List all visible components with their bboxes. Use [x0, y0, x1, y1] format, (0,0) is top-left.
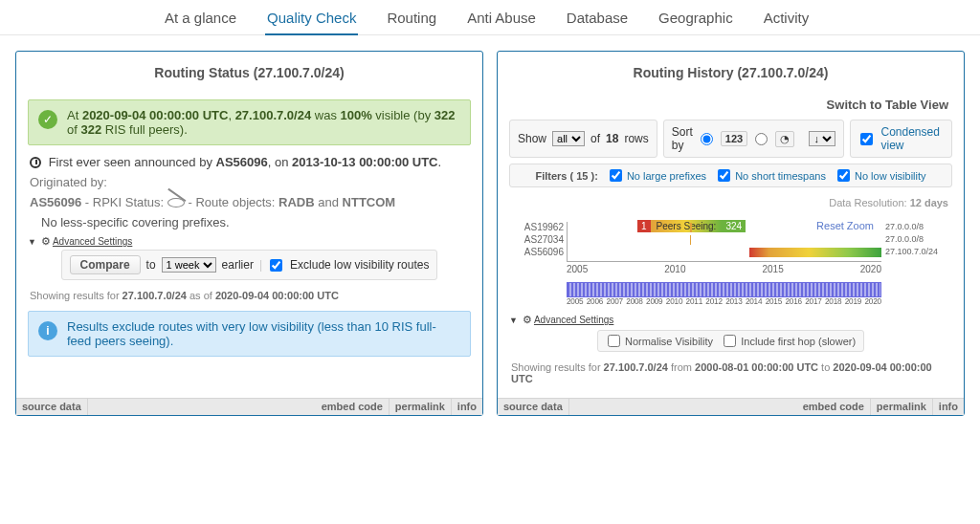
sort-numeric-radio[interactable]: [701, 133, 713, 145]
sort-direction-select[interactable]: ↓: [809, 131, 835, 146]
filters-bar: Filters ( 15 ): No large prefixes No sho…: [509, 164, 952, 187]
brush-years: 2005200620072008200920102011201220132014…: [567, 297, 881, 306]
condensed-checkbox[interactable]: [860, 133, 873, 145]
routing-status-panel: Routing Status (27.100.7.0/24) ✓ At 2020…: [15, 51, 483, 416]
tab-anti-abuse[interactable]: Anti Abuse: [465, 6, 538, 34]
info-link[interactable]: info: [452, 399, 482, 415]
routing-history-title: Routing History (27.100.7.0/24): [498, 52, 964, 86]
top-tabs: At a glance Quality Check Routing Anti A…: [0, 0, 980, 35]
bar-as56096: [749, 248, 881, 257]
caret-down-icon: ▼: [28, 237, 36, 247]
y-label-0: AS19962: [512, 222, 564, 232]
r-label-1: 27.0.0.0/8: [885, 234, 950, 244]
showing-results-left: Showing results for 27.100.7.0/24 as of …: [30, 290, 469, 301]
compare-bar: Compare to 1 week earlier | Exclude low …: [61, 250, 438, 280]
exclude-low-vis-checkbox[interactable]: [270, 259, 282, 272]
advanced-settings-toggle-left[interactable]: ▼ ⚙ Advanced Settings: [28, 235, 471, 248]
compare-button[interactable]: Compare: [70, 255, 141, 274]
x-axis: 2005 2010 2015 2020: [567, 264, 881, 274]
advanced-settings-toggle-right[interactable]: ▼ ⚙ Advanced Settings: [509, 314, 952, 326]
visibility-notice: ✓ At 2020-09-04 00:00:00 UTC, 27.100.7.0…: [28, 99, 471, 145]
source-data-link[interactable]: source data: [16, 399, 88, 415]
embed-code-link[interactable]: embed code: [316, 399, 390, 415]
routing-status-title: Routing Status (27.100.7.0/24): [16, 52, 482, 86]
r-label-2: 27.100.7.0/24: [885, 247, 950, 256]
routing-history-panel: Routing History (27.100.7.0/24) Switch t…: [497, 51, 965, 416]
sort-time-radio[interactable]: [755, 133, 768, 145]
bar-as27034: [690, 235, 691, 245]
clock-icon: [30, 157, 41, 168]
permalink-link[interactable]: permalink: [871, 399, 933, 415]
bar-as19962: [690, 223, 692, 232]
switch-table-view[interactable]: Switch to Table View: [509, 98, 948, 112]
tab-activity[interactable]: Activity: [762, 6, 812, 34]
sort-time-label: ◔: [775, 131, 794, 147]
first-hop-checkbox[interactable]: [724, 335, 736, 347]
originated-by-label: Originated by:: [30, 175, 469, 189]
condensed-bar: Condensed view: [850, 120, 952, 158]
eye-off-icon: [167, 198, 185, 207]
caret-down-icon: ▼: [509, 316, 518, 325]
low-visibility-notice: i Results exclude routes with very low v…: [28, 311, 471, 357]
y-label-1: AS27034: [512, 234, 564, 245]
showing-results-right: Showing results for 27.100.7.0/24 from 2…: [511, 361, 950, 384]
history-chart: 1 Peers Seeing: 324 Reset Zoom AS19962 A…: [513, 222, 948, 306]
check-icon: ✓: [38, 110, 57, 129]
filter-short-timespans[interactable]: [718, 169, 730, 182]
time-brush[interactable]: [567, 282, 881, 297]
source-data-link[interactable]: source data: [498, 399, 569, 415]
sort-numeric-label: 123: [721, 131, 747, 146]
normalise-bar: Normalise Visibility Include first hop (…: [597, 330, 864, 352]
show-rows-bar: Show all of 18 rows: [509, 120, 657, 158]
info-icon: i: [38, 321, 57, 340]
first-seen-line: First ever seen announced by AS56096, on…: [30, 155, 469, 169]
show-rows-select[interactable]: all: [552, 131, 585, 146]
permalink-link[interactable]: permalink: [390, 399, 452, 415]
panel-footer-right: source data embed code permalink info: [498, 398, 964, 415]
gear-icon: ⚙: [523, 314, 532, 326]
filter-low-visibility[interactable]: [837, 169, 850, 182]
filter-large-prefixes[interactable]: [610, 169, 622, 182]
tab-at-a-glance[interactable]: At a glance: [163, 6, 238, 34]
embed-code-link[interactable]: embed code: [797, 399, 871, 415]
compare-range-select[interactable]: 1 week: [162, 257, 216, 273]
panel-footer-left: source data embed code permalink info: [16, 398, 482, 415]
y-label-2: AS56096: [512, 247, 564, 257]
info-link[interactable]: info: [933, 399, 964, 415]
tab-routing[interactable]: Routing: [385, 6, 438, 34]
tab-quality-check[interactable]: Quality Check: [265, 6, 358, 35]
visibility-text: At 2020-09-04 00:00:00 UTC, 27.100.7.0/2…: [67, 108, 460, 137]
tab-geographic[interactable]: Geographic: [657, 6, 735, 34]
gear-icon: ⚙: [41, 235, 51, 248]
sort-bar: Sort by 123 ◔ ↓: [663, 120, 845, 158]
originated-by-line: AS56096 - RPKI Status: - Route objects: …: [30, 195, 469, 209]
r-label-0: 27.0.0.0/8: [885, 222, 950, 231]
normalise-checkbox[interactable]: [608, 335, 620, 347]
tab-database[interactable]: Database: [565, 6, 630, 34]
chart-plot-area[interactable]: AS19962 AS27034 AS56096 27.0.0.0/8 27.0.…: [567, 222, 881, 262]
data-resolution: Data Resolution: 12 days: [509, 197, 948, 208]
no-covering-prefixes: No less-specific covering prefixes.: [41, 215, 469, 229]
